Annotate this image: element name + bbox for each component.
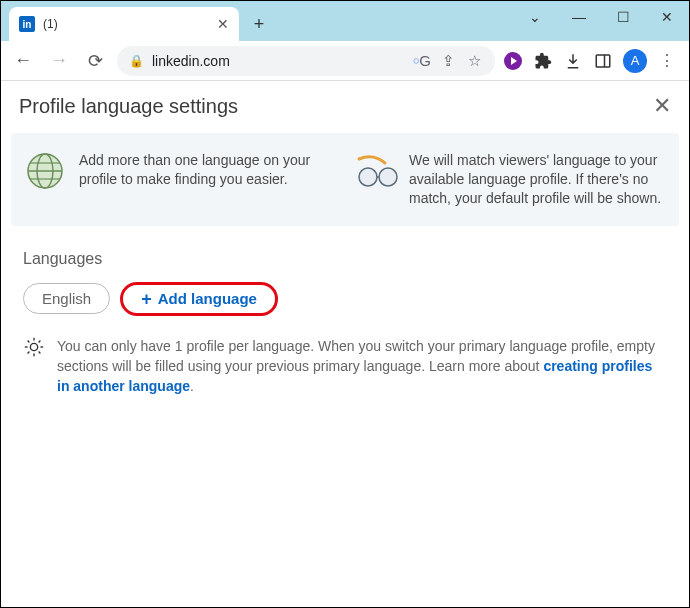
back-button[interactable]: ←	[9, 47, 37, 75]
window-controls: ⌄ — ☐ ✕	[513, 1, 689, 41]
globe-icon	[25, 151, 65, 191]
page-title: Profile language settings	[19, 95, 238, 118]
tip-text: You can only have 1 profile per language…	[57, 336, 667, 397]
info-box: Add more than one language on your profi…	[11, 133, 679, 226]
panel-icon[interactable]	[593, 51, 613, 71]
plus-icon: +	[141, 290, 152, 308]
browser-tab[interactable]: in (1) ✕	[9, 7, 239, 41]
language-pill-english[interactable]: English	[23, 283, 110, 314]
bookmark-star-icon[interactable]: ☆	[465, 52, 483, 70]
address-bar[interactable]: 🔒 linkedin.com G ⇪ ☆	[117, 46, 495, 76]
chevron-down-icon[interactable]: ⌄	[513, 3, 557, 31]
svg-line-18	[39, 351, 41, 353]
page-header: Profile language settings ✕	[1, 81, 689, 133]
info-text-right: We will match viewers' language to your …	[409, 151, 665, 208]
add-language-label: Add language	[158, 290, 257, 307]
maximize-button[interactable]: ☐	[601, 3, 645, 31]
linkedin-favicon: in	[19, 16, 35, 32]
share-icon[interactable]: ⇪	[439, 52, 457, 70]
info-text-left: Add more than one language on your profi…	[79, 151, 335, 208]
extensions-puzzle-icon[interactable]	[533, 51, 553, 71]
play-extension-icon[interactable]	[503, 51, 523, 71]
svg-point-0	[414, 58, 419, 63]
reload-button[interactable]: ⟳	[81, 47, 109, 75]
svg-point-12	[30, 343, 37, 350]
glasses-icon	[355, 151, 395, 191]
close-dialog-button[interactable]: ✕	[653, 93, 671, 119]
svg-line-19	[28, 351, 30, 353]
close-window-button[interactable]: ✕	[645, 3, 689, 31]
add-language-button[interactable]: + Add language	[120, 282, 278, 316]
google-icon[interactable]: G	[413, 52, 431, 70]
menu-dots-icon[interactable]: ⋮	[657, 51, 677, 71]
minimize-button[interactable]: —	[557, 3, 601, 31]
language-row: English + Add language	[23, 282, 667, 316]
svg-point-10	[379, 168, 397, 186]
svg-point-9	[359, 168, 377, 186]
svg-line-17	[28, 340, 30, 342]
svg-rect-2	[596, 55, 610, 67]
lock-icon: 🔒	[129, 54, 144, 68]
extension-icons: A ⋮	[503, 49, 681, 73]
tip-row: You can only have 1 profile per language…	[23, 336, 667, 397]
tip-text-part2: .	[190, 378, 194, 394]
url-text: linkedin.com	[152, 53, 405, 69]
page-content: Profile language settings ✕ Add more tha…	[1, 81, 689, 397]
languages-section: Languages English + Add language You can…	[1, 226, 689, 397]
forward-button[interactable]: →	[45, 47, 73, 75]
browser-toolbar: ← → ⟳ 🔒 linkedin.com G ⇪ ☆ A ⋮	[1, 41, 689, 81]
profile-avatar[interactable]: A	[623, 49, 647, 73]
lightbulb-icon	[23, 336, 45, 358]
info-item-glasses: We will match viewers' language to your …	[355, 151, 665, 208]
section-title: Languages	[23, 250, 667, 268]
info-item-globe: Add more than one language on your profi…	[25, 151, 335, 208]
tab-close-icon[interactable]: ✕	[217, 16, 229, 32]
tab-title: (1)	[43, 17, 209, 31]
downloads-icon[interactable]	[563, 51, 583, 71]
new-tab-button[interactable]: +	[245, 10, 273, 38]
svg-line-20	[39, 340, 41, 342]
titlebar: in (1) ✕ + ⌄ — ☐ ✕	[1, 1, 689, 41]
